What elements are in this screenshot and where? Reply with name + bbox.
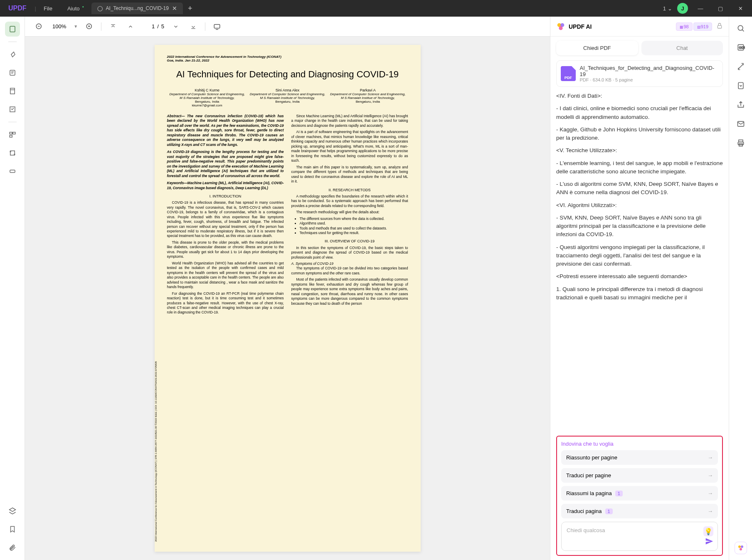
suggest-summary-pages[interactable]: Riassunto per pagine→ [561,450,718,465]
svg-point-37 [738,545,741,548]
add-tab-button[interactable]: + [188,4,192,13]
suggest-summary-page[interactable]: Riassumi la pagina1→ [561,486,718,501]
suggestions-box: Indovina che tu voglia Riassunto per pag… [556,436,723,556]
compress-icon[interactable] [734,79,747,92]
comment-tool-icon[interactable] [5,47,20,62]
redact-tool-icon[interactable] [5,164,20,179]
svg-marker-14 [9,508,15,512]
svg-rect-0 [10,26,15,32]
arrow-right-icon: → [708,490,713,496]
document-tab[interactable]: ◯ AI_Techniqu...ng_COVID-19 ✕ [91,2,183,14]
svg-text:OCR: OCR [739,46,745,49]
close-button[interactable]: ✕ [733,1,748,16]
zoom-out-button[interactable] [33,21,45,32]
close-icon[interactable]: ✕ [172,5,177,12]
arrow-right-icon: → [708,472,713,479]
search-icon[interactable] [734,22,747,35]
reader-mode-icon[interactable] [5,22,20,37]
suggest-translate-page[interactable]: Traduci pagina1→ [561,504,718,518]
svg-rect-13 [10,170,15,173]
user-avatar[interactable]: J [677,3,688,14]
presentation-button[interactable] [211,21,223,32]
svg-rect-9 [10,136,12,138]
menu-file[interactable]: File [36,5,60,12]
document-viewport[interactable]: 2022 International Conference for Advanc… [25,37,550,560]
minimize-button[interactable]: — [693,1,708,16]
svg-line-29 [742,30,744,31]
layers-icon[interactable] [5,503,20,518]
ai-panel-title: UPDF AI [569,23,676,30]
bookmark-icon[interactable] [5,522,20,537]
page-input[interactable]: / 5 [142,23,164,30]
next-page-button[interactable] [170,21,182,32]
attachment-icon[interactable] [5,540,20,555]
divider [8,122,17,122]
page-total: 5 [161,23,164,30]
convert-icon[interactable] [734,60,747,73]
conference-header: 2022 International Conference for Advanc… [167,55,408,62]
share-icon[interactable] [734,98,747,111]
prev-page-button[interactable] [125,21,136,32]
pdf-page: 2022 International Conference for Advanc… [155,45,421,552]
svg-rect-32 [738,83,743,89]
file-meta: PDF · 634.0 KB · 5 pagine [580,77,719,82]
left-sidebar [0,17,25,560]
separator [205,22,205,31]
svg-point-28 [738,25,743,30]
ocr-icon[interactable]: OCR [734,41,747,54]
organize-tool-icon[interactable] [5,127,20,142]
chevron-down-icon: ⌄ [668,5,672,12]
app-logo: UPDF [0,5,35,12]
print-icon[interactable] [734,136,747,150]
updf-ai-logo-icon [556,22,565,31]
tab-icon: ◯ [97,5,103,11]
lightbulb-icon[interactable]: 💡 [703,526,713,536]
menu-help[interactable]: Aiuto [60,5,87,12]
authors: Kshitij C KurneDepartment of Computer Sc… [167,88,408,107]
paper-title: AI Techniques for Detecting and Diagnosi… [167,69,408,80]
send-button[interactable] [705,537,713,547]
chevron-down-icon[interactable]: ▼ [74,24,78,29]
titlebar: UPDF | File Aiuto ◯ AI_Techniqu...ng_COV… [0,0,752,17]
page-indicator[interactable]: 1 ⌄ [663,5,672,12]
right-sidebar: OCR [729,17,752,560]
crop-tool-icon[interactable] [5,146,20,160]
file-name: AI_Techniques_for_Detecting_and_Diagnosi… [580,65,719,77]
suggestions-title: Indovina che tu voglia [561,441,718,447]
first-page-button[interactable] [107,21,119,32]
ai-assistant-icon[interactable] [735,542,747,554]
svg-rect-8 [12,132,15,134]
svg-point-39 [740,548,742,550]
svg-point-26 [559,26,562,30]
suggest-translate-pages[interactable]: Traduci per pagine→ [561,468,718,483]
lock-icon[interactable] [716,22,723,31]
tab-chat[interactable]: Chat [641,41,723,55]
svg-point-38 [741,545,743,548]
input-placeholder: Chiedi qualcosa [567,527,605,533]
edit-tool-icon[interactable] [5,65,20,80]
pdf-file-icon: PDF [561,66,576,81]
chat-input[interactable]: Chiedi qualcosa 💡 [561,522,718,551]
separator [101,22,101,31]
file-card[interactable]: PDF AI_Techniques_for_Detecting_and_Diag… [556,60,723,87]
last-page-button[interactable] [187,21,199,32]
tab-ask-pdf[interactable]: Chiedi PDF [556,41,638,55]
page-tool-icon[interactable] [5,84,20,99]
svg-rect-22 [214,24,220,28]
tab-title: AI_Techniqu...ng_COVID-19 [106,5,169,11]
side-citation: 2022 International Conference for Advanc… [155,361,157,542]
divider [8,42,17,42]
form-tool-icon[interactable] [5,102,20,117]
zoom-in-button[interactable] [84,21,95,32]
credits[interactable]: ▦98 ▨919 [676,22,712,31]
svg-rect-7 [10,132,12,134]
maximize-button[interactable]: ▢ [713,1,728,16]
arrow-right-icon: → [708,508,713,514]
svg-rect-4 [10,88,15,94]
ai-conversation[interactable]: <IV. Fonti di Dati>: - I dati clinici, o… [550,92,729,436]
zoom-level[interactable]: 100% [51,23,68,30]
page-current-field[interactable] [142,23,155,30]
svg-rect-27 [717,25,721,28]
toolbar: 100% ▼ / 5 [25,17,550,37]
email-icon[interactable] [734,117,747,131]
